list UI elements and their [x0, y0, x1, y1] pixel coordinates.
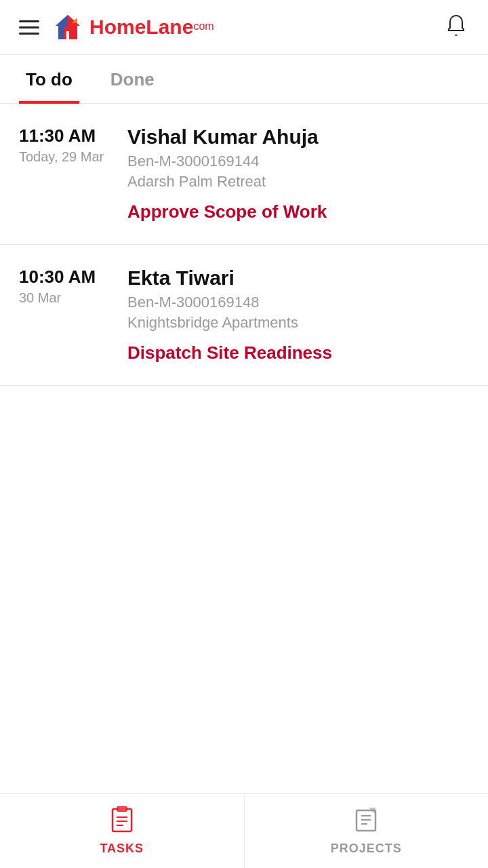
projects-icon	[352, 806, 380, 836]
task-item[interactable]: 11:30 AM Today, 29 Mar Vishal Kumar Ahuj…	[0, 104, 488, 245]
task-item[interactable]: 10:30 AM 30 Mar Ekta Tiwari Ben-M-300016…	[0, 245, 488, 386]
header-left: HomeLanecom	[19, 12, 214, 42]
hamburger-menu-button[interactable]	[19, 20, 39, 35]
task-details: Vishal Kumar Ahuja Ben-M-3000169144 Adar…	[127, 125, 469, 222]
task-action-label[interactable]: Approve Scope of Work	[127, 201, 469, 222]
tab-done[interactable]: Done	[104, 56, 161, 104]
bottom-navigation: TASKS PROJECTS	[0, 793, 488, 868]
svg-rect-3	[113, 809, 131, 831]
nav-item-tasks[interactable]: TASKS	[0, 794, 244, 868]
task-date: Today, 29 Mar	[19, 149, 114, 165]
task-location: Knightsbridge Apartments	[127, 314, 469, 332]
task-time-block: 10:30 AM 30 Mar	[19, 267, 127, 363]
projects-nav-label: PROJECTS	[331, 842, 402, 856]
task-customer-name: Vishal Kumar Ahuja	[127, 125, 469, 149]
app-header: HomeLanecom	[0, 0, 488, 55]
tasks-icon	[108, 806, 136, 836]
task-details: Ekta Tiwari Ben-M-3000169148 Knightsbrid…	[127, 267, 469, 363]
task-booking-id: Ben-M-3000169148	[127, 294, 469, 311]
task-booking-id: Ben-M-3000169144	[127, 153, 469, 170]
notification-bell-button[interactable]	[443, 13, 469, 41]
task-customer-name: Ekta Tiwari	[127, 267, 469, 290]
logo-house-icon	[53, 12, 83, 42]
task-location: Adarsh Palm Retreat	[127, 173, 469, 191]
task-time-value: 10:30 AM	[19, 267, 114, 288]
tab-todo[interactable]: To do	[19, 56, 79, 104]
task-action-label[interactable]: Dispatch Site Readiness	[127, 342, 469, 363]
tab-bar: To do Done	[0, 55, 488, 104]
task-time-value: 11:30 AM	[19, 125, 114, 146]
logo-text: HomeLanecom	[89, 16, 214, 39]
task-date: 30 Mar	[19, 290, 114, 306]
task-time-block: 11:30 AM Today, 29 Mar	[19, 125, 127, 222]
logo: HomeLanecom	[53, 12, 214, 42]
task-list: 11:30 AM Today, 29 Mar Vishal Kumar Ahuj…	[0, 104, 488, 793]
nav-item-projects[interactable]: PROJECTS	[244, 794, 489, 868]
tasks-nav-label: TASKS	[100, 842, 144, 856]
